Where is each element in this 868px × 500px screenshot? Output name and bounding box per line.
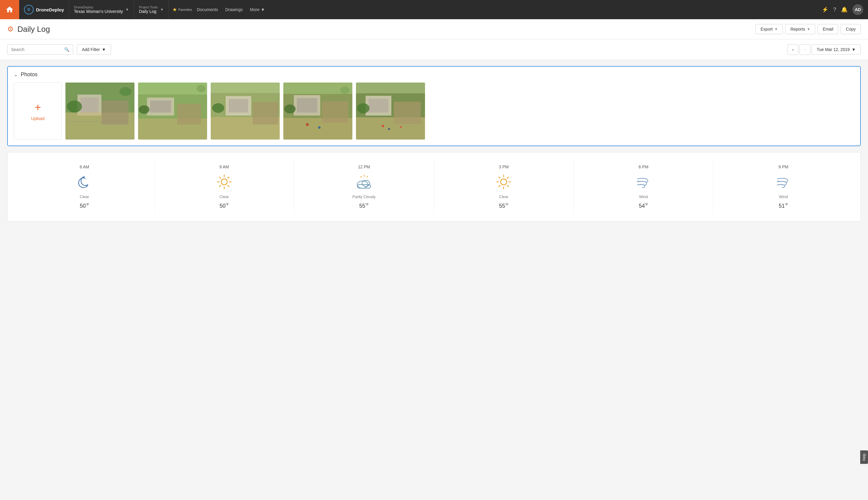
wind-icon-9pm bbox=[774, 173, 792, 191]
weather-condition-6pm: Wind bbox=[639, 194, 648, 199]
svg-point-32 bbox=[318, 126, 321, 129]
photos-section: ⌄ Photos + Upload bbox=[7, 66, 861, 146]
email-button[interactable]: Email bbox=[818, 24, 838, 34]
prev-date-button[interactable]: ‹ bbox=[788, 44, 798, 55]
more-chevron-icon: ▼ bbox=[261, 7, 265, 12]
bell-icon[interactable]: 🔔 bbox=[841, 6, 848, 13]
copy-button[interactable]: Copy bbox=[841, 24, 861, 34]
svg-point-56 bbox=[362, 180, 370, 186]
weather-condition-6am: Clear bbox=[80, 194, 89, 199]
help-icon[interactable]: ? bbox=[833, 7, 836, 13]
photos-grid: + Upload bbox=[8, 82, 860, 146]
page-title: Daily Log bbox=[18, 25, 50, 34]
weather-time-9pm: 9 PM bbox=[779, 164, 788, 169]
reports-chevron-icon: ▼ bbox=[807, 27, 810, 31]
main-content: ⌄ Photos + Upload bbox=[0, 60, 868, 227]
email-label: Email bbox=[823, 27, 833, 32]
svg-point-21 bbox=[212, 103, 224, 113]
svg-rect-30 bbox=[283, 82, 352, 94]
more-label: More bbox=[250, 7, 260, 12]
photo-thumb-1[interactable] bbox=[66, 82, 135, 139]
date-nav: ‹ › Tue Mar 12, 2019 ▼ bbox=[788, 44, 861, 55]
weather-temp-9am: 50°F bbox=[219, 203, 229, 209]
favorites-section: ★ Favorites Documents Drawings More ▼ bbox=[169, 0, 271, 19]
avatar[interactable]: AD bbox=[853, 4, 863, 15]
photos-title: Photos bbox=[21, 71, 37, 78]
svg-line-49 bbox=[228, 185, 229, 187]
page-title-icon: ⚙ bbox=[7, 25, 14, 33]
svg-rect-10 bbox=[150, 101, 171, 113]
weather-condition-12pm: Partly Cloudy bbox=[352, 194, 376, 199]
svg-point-28 bbox=[284, 104, 296, 113]
wind-icon-6pm bbox=[635, 173, 652, 191]
svg-rect-2 bbox=[80, 98, 99, 113]
brand-name: DroneDeploy bbox=[36, 7, 64, 12]
nav-link-drawings[interactable]: Drawings bbox=[223, 6, 245, 13]
svg-point-31 bbox=[306, 123, 309, 126]
search-box[interactable]: 🔍 bbox=[7, 44, 73, 55]
weather-section: 6 AM Clear 50°F 9 AM bbox=[7, 152, 861, 221]
svg-point-7 bbox=[119, 87, 132, 96]
tool-selector[interactable]: Project Tools Daily Log ▼ bbox=[134, 0, 169, 19]
svg-rect-18 bbox=[229, 99, 248, 113]
brand-section: D DroneDeploy bbox=[19, 0, 69, 19]
svg-line-53 bbox=[361, 176, 361, 178]
add-filter-button[interactable]: Add Filter ▼ bbox=[77, 44, 111, 55]
svg-rect-27 bbox=[322, 101, 348, 123]
upload-card[interactable]: + Upload bbox=[14, 82, 62, 139]
project-main-label: Texas Woman's University bbox=[74, 9, 123, 14]
weather-time-12pm: 12 PM bbox=[358, 164, 370, 169]
weather-time-6am: 6 AM bbox=[80, 164, 89, 169]
next-date-button[interactable]: › bbox=[800, 44, 810, 55]
moon-icon bbox=[75, 173, 93, 191]
photo-thumb-2[interactable] bbox=[138, 82, 207, 139]
svg-point-13 bbox=[139, 105, 149, 114]
nav-more-button[interactable]: More ▼ bbox=[248, 6, 267, 13]
tool-sub-label: Project Tools bbox=[139, 5, 158, 9]
photos-header[interactable]: ⌄ Photos bbox=[8, 67, 860, 82]
svg-line-66 bbox=[499, 185, 500, 187]
photo-thumb-4[interactable] bbox=[283, 82, 352, 139]
add-filter-chevron-icon: ▼ bbox=[102, 47, 106, 52]
weather-item-6am: 6 AM Clear 50°F bbox=[15, 160, 155, 214]
weather-item-12pm: 12 PM Partly Cloudy 55°F bbox=[294, 160, 434, 214]
svg-rect-4 bbox=[101, 101, 128, 125]
weather-temp-6pm: 54°F bbox=[639, 203, 648, 209]
weather-temp-9pm: 51°F bbox=[779, 203, 788, 209]
export-label: Export bbox=[761, 27, 773, 32]
svg-line-63 bbox=[499, 177, 500, 178]
photo-thumb-5[interactable] bbox=[356, 82, 425, 139]
svg-point-40 bbox=[382, 125, 384, 127]
favorites-label: Favorites bbox=[178, 8, 192, 11]
top-nav: D DroneDeploy DroneDeploy Texas Woman's … bbox=[0, 0, 868, 19]
plug-icon[interactable]: ⚡ bbox=[822, 6, 829, 13]
svg-rect-25 bbox=[297, 98, 317, 113]
svg-line-48 bbox=[219, 177, 220, 178]
sun-icon-3pm bbox=[495, 173, 513, 191]
reports-label: Reports bbox=[790, 27, 805, 32]
weather-item-9am: 9 AM Clear 50°F bbox=[155, 160, 295, 214]
weather-temp-12pm: 55°F bbox=[359, 203, 368, 209]
search-input[interactable] bbox=[11, 47, 62, 52]
upload-label: Upload bbox=[31, 116, 44, 121]
svg-rect-39 bbox=[356, 82, 425, 93]
star-icon: ★ bbox=[172, 6, 177, 13]
weather-condition-3pm: Clear bbox=[499, 194, 509, 199]
nav-link-documents[interactable]: Documents bbox=[194, 6, 220, 13]
header-actions: Export ▼ Reports ▼ Email Copy bbox=[755, 24, 861, 34]
svg-rect-20 bbox=[253, 102, 278, 125]
export-button[interactable]: Export ▼ bbox=[755, 24, 783, 34]
reports-button[interactable]: Reports ▼ bbox=[785, 24, 815, 34]
svg-line-65 bbox=[507, 177, 509, 178]
svg-line-50 bbox=[228, 177, 229, 178]
copy-label: Copy bbox=[846, 27, 856, 32]
svg-point-38 bbox=[357, 103, 369, 113]
weather-item-6pm: 6 PM Wind 54°F bbox=[574, 160, 714, 214]
date-selector[interactable]: Tue Mar 12, 2019 ▼ bbox=[812, 44, 861, 55]
plus-icon: + bbox=[35, 101, 41, 114]
home-button[interactable] bbox=[0, 0, 19, 19]
project-selector[interactable]: DroneDeploy Texas Woman's University ▼ bbox=[69, 0, 134, 19]
weather-temp-3pm: 55°F bbox=[499, 203, 509, 209]
photo-thumb-3[interactable] bbox=[211, 82, 280, 139]
svg-line-64 bbox=[507, 185, 509, 187]
